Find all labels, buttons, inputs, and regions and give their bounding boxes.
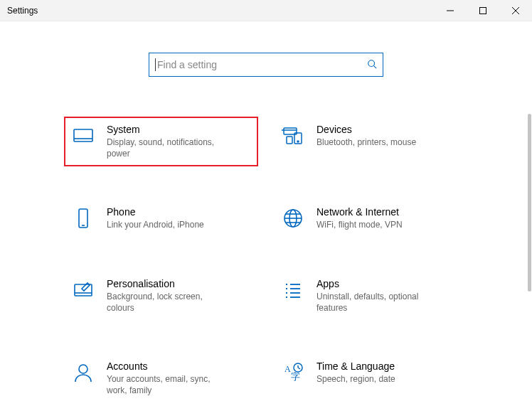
tile-desc: Display, sound, notifications, power (107, 137, 228, 159)
settings-grid: System Display, sound, notifications, po… (67, 119, 465, 406)
tile-title: Personalisation (107, 278, 251, 289)
apps-icon (281, 278, 305, 302)
window-title: Settings (7, 6, 38, 16)
svg-point-30 (79, 365, 87, 373)
network-icon (281, 206, 305, 230)
tile-desc: Background, lock screen, colours (107, 291, 228, 314)
accounts-icon (71, 360, 95, 385)
tile-title: Apps (316, 278, 461, 289)
tile-accounts[interactable]: Accounts Your accounts, email, sync, wor… (67, 356, 255, 400)
text-cursor (155, 58, 156, 71)
tile-text: Apps Uninstall, defaults, optional featu… (316, 278, 461, 314)
tile-desc: Your accounts, email, sync, work, family (107, 373, 228, 396)
tile-title: Accounts (107, 360, 251, 372)
svg-point-4 (368, 60, 375, 66)
tile-desc: Bluetooth, printers, mouse (316, 137, 437, 148)
tile-text: Personalisation Background, lock screen,… (107, 278, 251, 314)
tile-title: Time & Language (316, 360, 461, 372)
close-icon (512, 7, 519, 14)
search-wrap (0, 53, 532, 77)
time-language-icon: A字 (281, 360, 305, 385)
phone-icon (71, 206, 95, 230)
svg-line-35 (298, 368, 300, 369)
maximize-button[interactable] (467, 0, 499, 21)
close-button[interactable] (499, 0, 532, 21)
tile-network[interactable]: Network & Internet WiFi, flight mode, VP… (277, 202, 465, 235)
tile-title: Phone (107, 206, 251, 218)
tile-personalisation[interactable]: Personalisation Background, lock screen,… (67, 274, 255, 318)
tile-title: Devices (316, 124, 461, 135)
tile-time-language[interactable]: A字 Time & Language Speech, region, date (277, 356, 465, 400)
svg-rect-6 (74, 129, 92, 141)
svg-rect-13 (79, 209, 87, 228)
tile-system[interactable]: System Display, sound, notifications, po… (67, 119, 255, 164)
devices-icon (281, 124, 305, 148)
tile-text: Time & Language Speech, region, date (316, 360, 461, 385)
tile-text: Network & Internet WiFi, flight mode, VP… (316, 206, 461, 230)
svg-text:A: A (284, 364, 291, 374)
titlebar: Settings (0, 0, 532, 21)
minimize-button[interactable] (434, 0, 467, 21)
svg-rect-12 (287, 137, 292, 144)
personalisation-icon (71, 278, 95, 302)
tile-title: Network & Internet (316, 206, 461, 218)
tile-text: Accounts Your accounts, email, sync, wor… (107, 360, 251, 396)
search-input[interactable] (157, 59, 367, 70)
svg-rect-1 (480, 7, 486, 14)
tile-text: Phone Link your Android, iPhone (107, 206, 251, 230)
search-icon (367, 59, 377, 71)
vertical-scrollbar[interactable] (528, 114, 531, 292)
tile-desc: Speech, region, date (316, 373, 437, 385)
tile-phone[interactable]: Phone Link your Android, iPhone (67, 202, 255, 235)
svg-point-11 (297, 141, 299, 142)
window-controls (434, 0, 532, 21)
search-box[interactable] (149, 53, 383, 77)
minimize-icon (447, 7, 454, 14)
maximize-icon (479, 7, 486, 14)
tile-apps[interactable]: Apps Uninstall, defaults, optional featu… (277, 274, 465, 318)
svg-text:字: 字 (291, 371, 300, 382)
tile-devices[interactable]: Devices Bluetooth, printers, mouse (277, 119, 465, 164)
system-icon (71, 124, 95, 148)
tile-text: System Display, sound, notifications, po… (107, 124, 251, 159)
tile-desc: Link your Android, iPhone (107, 219, 228, 230)
tile-title: System (107, 124, 251, 135)
tile-desc: Uninstall, defaults, optional features (316, 291, 437, 314)
tile-desc: WiFi, flight mode, VPN (316, 219, 437, 230)
svg-line-5 (374, 65, 377, 68)
content-area: System Display, sound, notifications, po… (0, 21, 532, 406)
tile-text: Devices Bluetooth, printers, mouse (316, 124, 461, 148)
